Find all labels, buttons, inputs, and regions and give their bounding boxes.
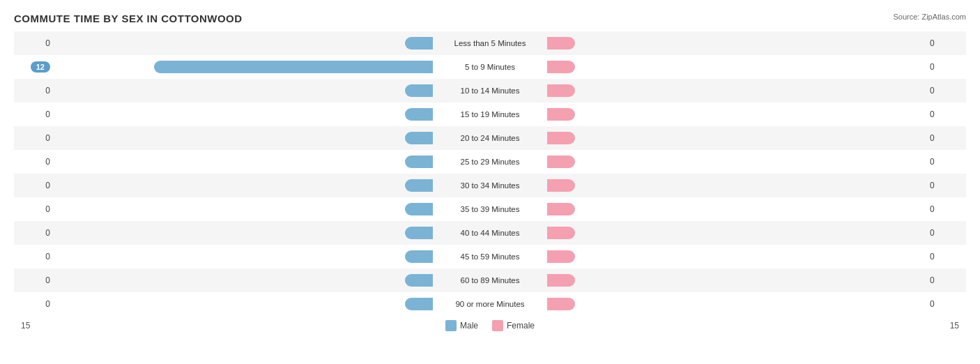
male-side <box>56 274 434 287</box>
male-bar <box>405 298 433 310</box>
chart-row: 0 Less than 5 Minutes 0 <box>14 31 966 55</box>
left-value: 0 <box>14 204 56 214</box>
left-value: 0 <box>14 228 56 238</box>
female-bar <box>547 227 575 239</box>
scale-right: 15 <box>950 321 959 331</box>
bars-center: 30 to 34 Minutes <box>56 174 924 197</box>
male-side <box>56 298 434 310</box>
right-value: 0 <box>924 228 966 238</box>
right-value: 0 <box>924 38 966 48</box>
female-side <box>546 132 924 144</box>
male-side <box>56 132 434 144</box>
left-value: 0 <box>14 157 56 167</box>
title-row: COMMUTE TIME BY SEX IN COTTONWOOD Source… <box>14 13 966 24</box>
male-bar <box>405 132 433 144</box>
female-side <box>546 298 924 310</box>
chart-row: 0 15 to 19 Minutes 0 <box>14 103 966 126</box>
right-value: 0 <box>924 275 966 285</box>
bars-center: 35 to 39 Minutes <box>56 197 924 221</box>
male-side <box>56 61 434 73</box>
male-side <box>56 179 434 192</box>
male-legend-label: Male <box>460 321 478 331</box>
chart-row: 0 20 to 24 Minutes 0 <box>14 126 966 150</box>
right-value: 0 <box>924 252 966 261</box>
male-bar <box>405 227 433 239</box>
row-label: 20 to 24 Minutes <box>434 134 546 142</box>
row-label: 35 to 39 Minutes <box>434 205 546 213</box>
female-side <box>546 227 924 239</box>
female-bar <box>547 132 575 144</box>
female-side <box>546 61 924 73</box>
bars-center: 15 to 19 Minutes <box>56 103 924 126</box>
right-value: 0 <box>924 181 966 190</box>
row-label: 90 or more Minutes <box>434 300 546 308</box>
female-bar <box>547 274 575 287</box>
male-side <box>56 108 434 121</box>
male-bar <box>405 84 433 97</box>
bars-center: 5 to 9 Minutes <box>56 55 924 79</box>
male-side <box>56 84 434 97</box>
value-badge: 12 <box>31 61 50 73</box>
male-bar <box>405 274 433 287</box>
bars-center: 40 to 44 Minutes <box>56 221 924 245</box>
row-label: Less than 5 Minutes <box>434 39 546 47</box>
right-value: 0 <box>924 133 966 143</box>
bars-center: Less than 5 Minutes <box>56 31 924 55</box>
chart-row: 0 40 to 44 Minutes 0 <box>14 221 966 245</box>
female-side <box>546 179 924 192</box>
male-bar <box>405 156 433 168</box>
right-value: 0 <box>924 109 966 119</box>
female-side <box>546 250 924 263</box>
row-label: 45 to 59 Minutes <box>434 252 546 261</box>
legend-female: Female <box>492 320 535 331</box>
female-bar <box>547 84 575 97</box>
male-side <box>56 37 434 50</box>
row-label: 15 to 19 Minutes <box>434 110 546 119</box>
female-side <box>546 108 924 121</box>
female-side <box>546 84 924 97</box>
male-bar <box>405 179 433 192</box>
chart-row: 0 30 to 34 Minutes 0 <box>14 174 966 197</box>
right-value: 0 <box>924 204 966 214</box>
right-value: 0 <box>924 299 966 309</box>
male-side <box>56 203 434 215</box>
male-bar <box>154 61 433 73</box>
right-value: 0 <box>924 157 966 167</box>
chart-row: 12 5 to 9 Minutes 0 <box>14 55 966 79</box>
left-value: 0 <box>14 275 56 285</box>
female-side <box>546 37 924 50</box>
chart-title: COMMUTE TIME BY SEX IN COTTONWOOD <box>14 13 243 24</box>
row-label: 5 to 9 Minutes <box>434 63 546 71</box>
male-bar <box>405 250 433 263</box>
right-value: 0 <box>924 86 966 96</box>
bars-center: 20 to 24 Minutes <box>56 126 924 150</box>
bars-center: 25 to 29 Minutes <box>56 150 924 174</box>
row-label: 25 to 29 Minutes <box>434 158 546 166</box>
male-side <box>56 227 434 239</box>
chart-row: 0 10 to 14 Minutes 0 <box>14 79 966 103</box>
row-label: 30 to 34 Minutes <box>434 181 546 190</box>
chart-row: 0 25 to 29 Minutes 0 <box>14 150 966 174</box>
female-legend-box <box>492 320 503 331</box>
left-value: 0 <box>14 133 56 143</box>
left-value: 0 <box>14 181 56 190</box>
male-bar <box>405 108 433 121</box>
female-bar <box>547 203 575 215</box>
chart-row: 0 90 or more Minutes 0 <box>14 292 966 316</box>
male-bar <box>405 37 433 50</box>
female-bar <box>547 61 575 73</box>
row-label: 10 to 14 Minutes <box>434 86 546 95</box>
left-value: 0 <box>14 299 56 309</box>
male-legend-box <box>445 320 457 331</box>
bars-center: 45 to 59 Minutes <box>56 245 924 268</box>
male-side <box>56 250 434 263</box>
row-label: 40 to 44 Minutes <box>434 229 546 237</box>
female-bar <box>547 179 575 192</box>
left-value: 12 <box>14 62 56 72</box>
female-side <box>546 203 924 215</box>
chart-row: 0 60 to 89 Minutes 0 <box>14 268 966 292</box>
bars-center: 10 to 14 Minutes <box>56 79 924 103</box>
left-value: 0 <box>14 109 56 119</box>
female-side <box>546 274 924 287</box>
row-label: 60 to 89 Minutes <box>434 276 546 285</box>
